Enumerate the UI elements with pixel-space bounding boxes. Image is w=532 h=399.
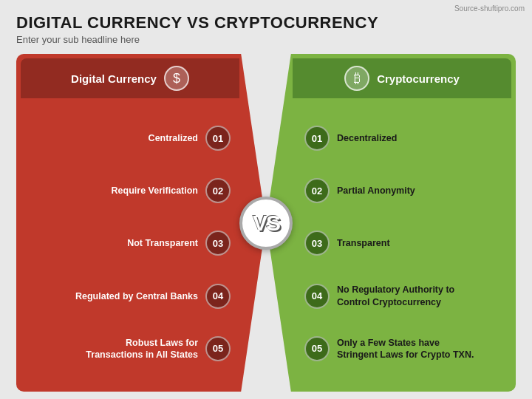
right-list-item: 04 No Regulatory Authority toControl Cry… bbox=[303, 281, 510, 312]
left-items-list: Centralized 01 Require Verification 02 N… bbox=[16, 98, 244, 392]
page-wrapper: Source-shuftipro.com DIGITAL CURRENCY VS… bbox=[0, 0, 532, 399]
left-list-item: Robust Laws forTransactions in All State… bbox=[22, 333, 232, 364]
right-num-badge-0: 01 bbox=[304, 126, 330, 151]
right-header: ₿ Cryptocurrency bbox=[293, 58, 511, 98]
left-list-item: Not Transparent 03 bbox=[22, 228, 232, 259]
left-item-text-3: Regulated by Central Banks bbox=[75, 290, 198, 302]
main-title: DIGITAL CURRENCY VS CRYPTOCURRENCY bbox=[16, 13, 516, 33]
right-header-label: Cryptocurrency bbox=[377, 72, 460, 85]
left-item-text-4: Robust Laws forTransactions in All State… bbox=[86, 337, 198, 361]
right-list-item: 05 Only a Few States haveStringent Laws … bbox=[303, 333, 510, 364]
left-num-badge-2: 03 bbox=[205, 231, 231, 256]
right-items-list: 01 Decentralized 02 Partial Anonymity 03… bbox=[288, 98, 516, 392]
right-num-badge-1: 02 bbox=[304, 178, 330, 203]
left-num-badge-4: 05 bbox=[205, 336, 231, 361]
left-list-item: Centralized 01 bbox=[22, 123, 232, 154]
right-num-badge-2: 03 bbox=[304, 231, 330, 256]
left-item-text-0: Centralized bbox=[149, 132, 198, 144]
right-item-text-0: Decentralized bbox=[337, 132, 397, 144]
sub-headline: Enter your sub headline here bbox=[16, 34, 516, 45]
left-side: Digital Currency $ Centralized 01 Requir… bbox=[16, 54, 266, 392]
left-header-icon: $ bbox=[164, 66, 189, 91]
comparison-box: Digital Currency $ Centralized 01 Requir… bbox=[16, 54, 516, 392]
right-side: ₿ Cryptocurrency 01 Decentralized 02 Par… bbox=[266, 54, 516, 392]
right-list-item: 03 Transparent bbox=[303, 228, 510, 259]
right-list-item: 01 Decentralized bbox=[303, 123, 510, 154]
right-item-text-1: Partial Anonymity bbox=[337, 185, 415, 197]
left-item-text-1: Require Verification bbox=[112, 185, 198, 197]
left-num-badge-1: 02 bbox=[205, 178, 231, 203]
left-item-text-2: Not Transparent bbox=[127, 237, 198, 249]
right-header-icon: ₿ bbox=[344, 66, 369, 91]
left-header-label: Digital Currency bbox=[71, 72, 157, 85]
right-num-badge-3: 04 bbox=[304, 284, 330, 309]
right-item-text-4: Only a Few States haveStringent Laws for… bbox=[337, 337, 474, 361]
watermark: Source-shuftipro.com bbox=[454, 4, 525, 13]
left-header: Digital Currency $ bbox=[21, 58, 239, 98]
left-num-badge-0: 01 bbox=[205, 126, 231, 151]
left-list-item: Require Verification 02 bbox=[22, 175, 232, 206]
right-item-text-3: No Regulatory Authority toControl Crypto… bbox=[337, 284, 454, 308]
vs-badge: VS bbox=[239, 197, 293, 250]
right-list-item: 02 Partial Anonymity bbox=[303, 175, 510, 206]
right-num-badge-4: 05 bbox=[304, 336, 330, 361]
left-list-item: Regulated by Central Banks 04 bbox=[22, 281, 232, 312]
right-item-text-2: Transparent bbox=[337, 237, 390, 249]
left-num-badge-3: 04 bbox=[205, 284, 231, 309]
